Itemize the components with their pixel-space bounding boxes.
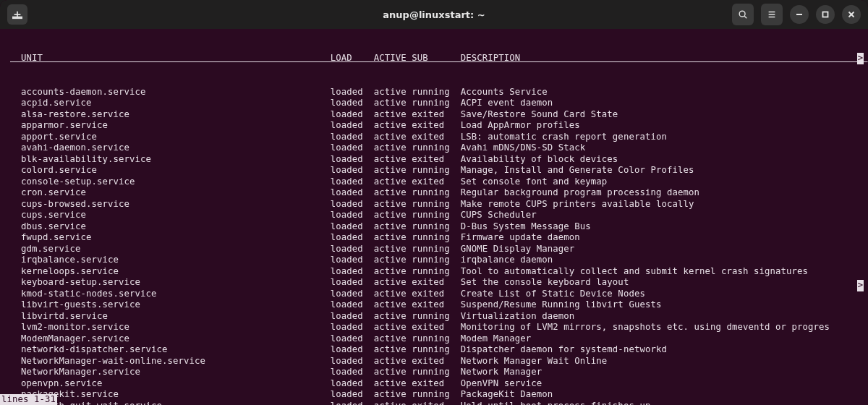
- service-row: keyboard-setup.service loaded active exi…: [0, 277, 868, 289]
- service-row: avahi-daemon.service loaded active runni…: [0, 142, 868, 154]
- svg-point-1: [739, 11, 745, 17]
- service-row: cups-browsed.service loaded active runni…: [0, 199, 868, 210]
- service-row: apparmor.service loaded active exited Lo…: [0, 120, 868, 132]
- service-row: libvirtd.service loaded active running V…: [0, 311, 868, 323]
- close-button[interactable]: [842, 5, 861, 24]
- service-row: ModemManager.service loaded active runni…: [0, 333, 868, 345]
- service-row: gdm.service loaded active running GNOME …: [0, 244, 868, 255]
- service-row: openvpn.service loaded active exited Ope…: [0, 378, 868, 390]
- service-row: blk-availability.service loaded active e…: [0, 154, 868, 166]
- service-row: kerneloops.service loaded active running…: [0, 266, 868, 278]
- service-row: fwupd.service loaded active running Firm…: [0, 232, 868, 244]
- pager-status: lines 1-31: [0, 394, 57, 406]
- service-row: cups.service loaded active running CUPS …: [0, 210, 868, 221]
- service-row: colord.service loaded active running Man…: [0, 165, 868, 176]
- service-row: console-setup.service loaded active exit…: [0, 176, 868, 188]
- column-header-row: UNIT LOAD ACTIVE SUB DESCRIPTION >: [0, 53, 868, 64]
- titlebar: anup@linuxstart: ~: [0, 0, 868, 29]
- service-row: lvm2-monitor.service loaded active exite…: [0, 322, 868, 333]
- line-continuation-marker: >: [857, 53, 864, 64]
- menu-button[interactable]: [761, 4, 783, 25]
- service-row: NetworkManager.service loaded active run…: [0, 367, 868, 378]
- service-row: NetworkManager-wait-online.service loade…: [0, 356, 868, 367]
- service-row: apport.service loaded active exited LSB:…: [0, 132, 868, 143]
- service-row: dbus.service loaded active running D-Bus…: [0, 221, 868, 233]
- service-row: libvirt-guests.service loaded active exi…: [0, 299, 868, 311]
- header-line: UNIT LOAD ACTIVE SUB DESCRIPTION: [10, 53, 868, 63]
- svg-line-2: [744, 16, 746, 18]
- minimize-button[interactable]: [790, 5, 809, 24]
- maximize-button[interactable]: [816, 5, 835, 24]
- service-row: alsa-restore.service loaded active exite…: [0, 109, 868, 121]
- terminal-body[interactable]: UNIT LOAD ACTIVE SUB DESCRIPTION > accou…: [0, 29, 868, 405]
- service-row: irqbalance.service loaded active running…: [0, 255, 868, 266]
- service-row: plymouth-quit-wait.service loaded active…: [0, 401, 868, 406]
- svg-rect-7: [823, 12, 828, 17]
- service-row: packagekit.service loaded active running…: [0, 389, 868, 401]
- terminal-window: anup@linuxstart: ~ UNIT: [0, 0, 868, 405]
- svg-rect-0: [13, 17, 22, 19]
- service-row: acpid.service loaded active running ACPI…: [0, 98, 868, 109]
- service-row: kmod-static-nodes.service loaded active …: [0, 289, 868, 300]
- service-row: networkd-dispatcher.service loaded activ…: [0, 344, 868, 356]
- search-button[interactable]: [732, 4, 754, 25]
- new-tab-button[interactable]: [7, 4, 27, 25]
- service-row: accounts-daemon.service loaded active ru…: [0, 87, 868, 98]
- service-row: cron.service loaded active running Regul…: [0, 187, 868, 199]
- line-continuation-marker: >: [857, 280, 864, 291]
